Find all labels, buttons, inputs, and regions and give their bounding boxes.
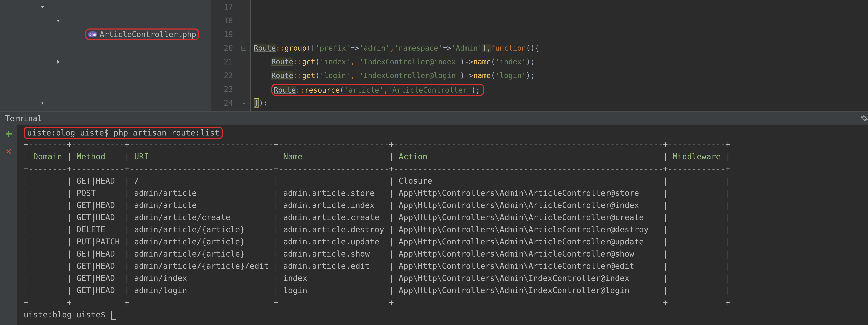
line-number[interactable]: 20	[211, 41, 233, 55]
highlighted-tree-item: phpArticleController.php	[85, 28, 199, 40]
tree-item[interactable]	[0, 69, 211, 82]
tree-item[interactable]	[0, 55, 211, 69]
chevron-right-icon[interactable]	[40, 100, 45, 106]
terminal-line: | | DELETE | admin/article/{article} | a…	[24, 224, 868, 236]
tree-item[interactable]: phpArticleController.php	[0, 27, 211, 41]
tree-spacer	[62, 87, 68, 92]
chevron-down-icon[interactable]	[56, 18, 61, 23]
chevron-right-icon[interactable]	[56, 59, 61, 64]
terminal-line: +--------+-----------+------------------…	[24, 138, 868, 150]
tree-spacer	[78, 32, 83, 37]
line-number[interactable]: 18	[211, 14, 233, 27]
tree-item[interactable]	[0, 0, 211, 14]
terminal-line: +--------+-----------+------------------…	[24, 296, 868, 308]
terminal-cursor	[111, 311, 116, 320]
tree-spacer	[78, 46, 83, 51]
terminal-header-row: | Domain | Method | URI | Name | Action …	[24, 150, 868, 162]
highlighted-code: Route::resource('article','ArticleContro…	[271, 84, 484, 96]
code-editor[interactable]: Route::group(['prefix'=>'admin','namespa…	[250, 0, 868, 111]
terminal-line: | | GET|HEAD | / | | Closure | |	[24, 175, 868, 187]
tree-item-label: ArticleController.php	[100, 30, 196, 39]
terminal-line: | | GET|HEAD | admin/article | admin.art…	[24, 199, 868, 211]
code-line[interactable]: Route::group(['prefix'=>'admin','namespa…	[254, 41, 868, 55]
code-line[interactable]: Route::resource('article','ArticleContro…	[254, 82, 868, 96]
tree-item[interactable]	[0, 41, 211, 55]
editor-fold-column[interactable]	[238, 0, 250, 111]
line-number[interactable]: 22	[211, 69, 233, 82]
terminal-line: | | PUT|PATCH | admin/article/{article} …	[24, 236, 868, 248]
highlighted-command: uiste:blog uiste$ php artisan route:list	[24, 127, 223, 139]
tree-item[interactable]	[0, 82, 211, 96]
terminal-prompt[interactable]: uiste:blog uiste$	[24, 308, 868, 321]
terminal-line: | | GET|HEAD | admin/article/create | ad…	[24, 211, 868, 224]
line-number[interactable]: 24	[211, 96, 233, 110]
terminal-line: | | GET|HEAD | admin/article/{article}/e…	[24, 260, 868, 272]
terminal-title: Terminal	[5, 114, 42, 123]
tree-item[interactable]	[0, 14, 211, 27]
terminal-line: +--------+-----------+------------------…	[24, 162, 868, 175]
line-number[interactable]: 23	[211, 82, 233, 96]
tree-spacer	[62, 73, 68, 78]
terminal-line: | | GET|HEAD | admin/article/{article} |…	[24, 248, 868, 260]
project-tree[interactable]: phpArticleController.php	[0, 0, 211, 111]
chevron-down-icon[interactable]	[40, 4, 45, 9]
terminal-line: | | GET|HEAD | admin/login | login | App…	[24, 284, 868, 296]
close-session-button[interactable]: ✕	[6, 145, 12, 156]
line-number[interactable]: 21	[211, 55, 233, 69]
line-number[interactable]: 17	[211, 0, 233, 14]
tree-item[interactable]	[0, 96, 211, 110]
terminal-toolbar: + ✕	[0, 125, 18, 325]
code-line[interactable]: Route::get('index', 'IndexController@ind…	[254, 55, 868, 69]
terminal-line: | | POST | admin/article | admin.article…	[24, 187, 868, 199]
fold-end-icon[interactable]	[238, 96, 250, 110]
code-line[interactable]: Route::get('login', 'IndexController@log…	[254, 69, 868, 82]
gear-icon[interactable]	[860, 114, 868, 123]
fold-icon[interactable]	[238, 41, 250, 55]
terminal-tab[interactable]: Terminal	[0, 111, 868, 125]
code-line[interactable]: }):	[254, 96, 868, 110]
php-file-icon: php	[88, 31, 97, 37]
add-session-button[interactable]: +	[5, 127, 12, 140]
terminal-output[interactable]: uiste:blog uiste$ php artisan route:list…	[18, 125, 868, 325]
editor-gutter: 1718192021222324	[211, 0, 238, 111]
line-number[interactable]: 19	[211, 27, 233, 41]
terminal-line: | | GET|HEAD | admin/index | index | App…	[24, 272, 868, 284]
